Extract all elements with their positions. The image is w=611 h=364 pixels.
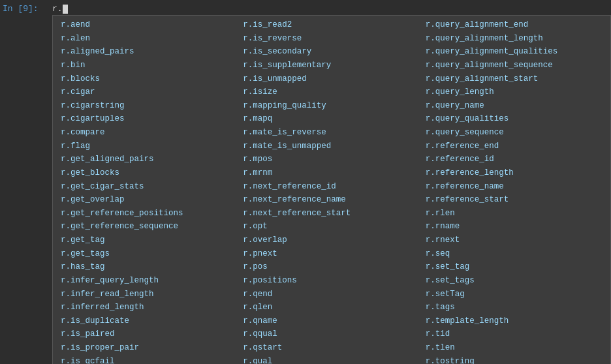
autocomplete-item[interactable]: r.rlen: [423, 207, 605, 220]
autocomplete-item[interactable]: r.aligned_pairs: [58, 45, 240, 59]
autocomplete-columns: r.aendr.alenr.aligned_pairsr.binr.blocks…: [53, 18, 610, 364]
autocomplete-item[interactable]: r.get_reference_positions: [58, 207, 240, 220]
autocomplete-item[interactable]: r.get_cigar_stats: [58, 180, 240, 194]
autocomplete-item[interactable]: r.qqual: [240, 327, 422, 341]
autocomplete-item[interactable]: r.tostring: [423, 355, 605, 364]
autocomplete-item[interactable]: r.has_tag: [58, 260, 240, 274]
cursor: [63, 5, 68, 14]
autocomplete-item[interactable]: r.mate_is_unmapped: [240, 140, 422, 153]
autocomplete-item[interactable]: r.template_length: [423, 314, 605, 328]
notebook-cell: In [9]: r. r.aendr.alenr.aligned_pairsr.…: [0, 0, 611, 364]
autocomplete-item[interactable]: r.query_alignment_sequence: [423, 59, 605, 72]
autocomplete-item[interactable]: r.is_qcfail: [58, 355, 240, 364]
autocomplete-item[interactable]: r.setTag: [423, 288, 605, 301]
autocomplete-item[interactable]: r.overlap: [240, 234, 422, 247]
autocomplete-item[interactable]: r.set_tag: [423, 260, 605, 274]
autocomplete-item[interactable]: r.blocks: [58, 72, 240, 86]
autocomplete-item[interactable]: r.infer_read_length: [58, 288, 240, 301]
autocomplete-item[interactable]: r.qend: [240, 288, 422, 301]
autocomplete-item[interactable]: r.set_tags: [423, 274, 605, 288]
autocomplete-item[interactable]: r.qstart: [240, 341, 422, 355]
autocomplete-item[interactable]: r.is_read2: [240, 18, 422, 32]
autocomplete-item[interactable]: r.is_unmapped: [240, 72, 422, 86]
autocomplete-item[interactable]: r.cigarstring: [58, 99, 240, 113]
autocomplete-item[interactable]: r.alen: [58, 32, 240, 46]
autocomplete-item[interactable]: r.flag: [58, 140, 240, 153]
autocomplete-item[interactable]: r.query_alignment_qualities: [423, 45, 605, 59]
autocomplete-item[interactable]: r.next_reference_name: [240, 193, 422, 207]
autocomplete-item[interactable]: r.query_alignment_length: [423, 32, 605, 46]
autocomplete-item[interactable]: r.is_duplicate: [58, 314, 240, 328]
autocomplete-item[interactable]: r.cigar: [58, 85, 240, 99]
autocomplete-col-0: r.aendr.alenr.aligned_pairsr.binr.blocks…: [58, 18, 240, 364]
autocomplete-item[interactable]: r.next_reference_start: [240, 207, 422, 220]
autocomplete-item[interactable]: r.reference_length: [423, 166, 605, 180]
autocomplete-item[interactable]: r.query_alignment_start: [423, 72, 605, 86]
autocomplete-item[interactable]: r.mapq: [240, 112, 422, 126]
autocomplete-item[interactable]: r.is_proper_pair: [58, 341, 240, 355]
autocomplete-item[interactable]: r.query_name: [423, 99, 605, 113]
autocomplete-item[interactable]: r.isize: [240, 85, 422, 99]
autocomplete-item[interactable]: r.is_paired: [58, 327, 240, 341]
autocomplete-item[interactable]: r.mrnm: [240, 166, 422, 180]
autocomplete-item[interactable]: r.is_reverse: [240, 32, 422, 46]
autocomplete-col-2: r.query_alignment_endr.query_alignment_l…: [423, 18, 605, 364]
autocomplete-item[interactable]: r.reference_end: [423, 140, 605, 153]
autocomplete-item[interactable]: r.rnext: [423, 234, 605, 247]
autocomplete-item[interactable]: r.qname: [240, 314, 422, 328]
autocomplete-item[interactable]: r.reference_name: [423, 180, 605, 194]
autocomplete-item[interactable]: r.next_reference_id: [240, 180, 422, 194]
autocomplete-item[interactable]: r.rname: [423, 220, 605, 234]
autocomplete-item[interactable]: r.pos: [240, 260, 422, 274]
autocomplete-item[interactable]: r.mate_is_reverse: [240, 126, 422, 140]
autocomplete-item[interactable]: r.cigartuples: [58, 112, 240, 126]
autocomplete-panel: r.aendr.alenr.aligned_pairsr.binr.blocks…: [52, 15, 611, 364]
autocomplete-col-1: r.is_read2r.is_reverser.is_secondaryr.is…: [240, 18, 422, 364]
autocomplete-item[interactable]: r.query_length: [423, 85, 605, 99]
autocomplete-item[interactable]: r.is_supplementary: [240, 59, 422, 72]
autocomplete-item[interactable]: r.get_tag: [58, 234, 240, 247]
autocomplete-item[interactable]: r.seq: [423, 247, 605, 261]
autocomplete-item[interactable]: r.get_tags: [58, 247, 240, 261]
autocomplete-item[interactable]: r.is_secondary: [240, 45, 422, 59]
autocomplete-item[interactable]: r.mapping_quality: [240, 99, 422, 113]
autocomplete-item[interactable]: r.inferred_length: [58, 301, 240, 314]
cell-prompt: In [9]:: [0, 3, 52, 14]
autocomplete-item[interactable]: r.opt: [240, 220, 422, 234]
autocomplete-item[interactable]: r.qlen: [240, 301, 422, 314]
autocomplete-item[interactable]: r.compare: [58, 126, 240, 140]
cell-input[interactable]: r.: [52, 3, 68, 15]
autocomplete-item[interactable]: r.qual: [240, 355, 422, 364]
autocomplete-item[interactable]: r.infer_query_length: [58, 274, 240, 288]
autocomplete-item[interactable]: r.reference_start: [423, 193, 605, 207]
autocomplete-item[interactable]: r.query_qualities: [423, 112, 605, 126]
autocomplete-item[interactable]: r.tlen: [423, 341, 605, 355]
autocomplete-item[interactable]: r.mpos: [240, 153, 422, 166]
autocomplete-item[interactable]: r.tid: [423, 327, 605, 341]
autocomplete-item[interactable]: r.query_alignment_end: [423, 18, 605, 32]
autocomplete-item[interactable]: r.bin: [58, 59, 240, 72]
autocomplete-item[interactable]: r.pnext: [240, 247, 422, 261]
autocomplete-item[interactable]: r.get_overlap: [58, 193, 240, 207]
autocomplete-item[interactable]: r.reference_id: [423, 153, 605, 166]
autocomplete-item[interactable]: r.get_blocks: [58, 166, 240, 180]
input-text: r.: [52, 4, 63, 14]
autocomplete-item[interactable]: r.get_reference_sequence: [58, 220, 240, 234]
autocomplete-item[interactable]: r.positions: [240, 274, 422, 288]
autocomplete-item[interactable]: r.get_aligned_pairs: [58, 153, 240, 166]
cell-header: In [9]: r.: [0, 0, 611, 15]
autocomplete-item[interactable]: r.query_sequence: [423, 126, 605, 140]
autocomplete-item[interactable]: r.tags: [423, 301, 605, 314]
autocomplete-item[interactable]: r.aend: [58, 18, 240, 32]
